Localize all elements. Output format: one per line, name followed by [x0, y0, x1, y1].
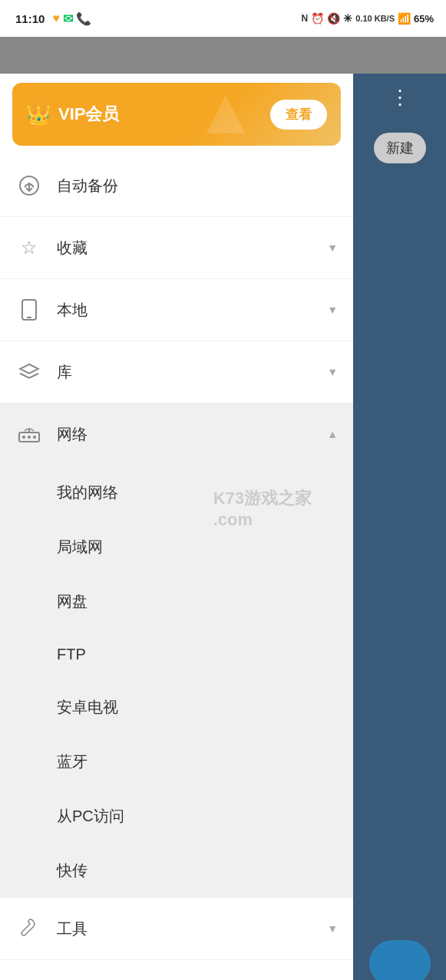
action-button[interactable] [369, 940, 431, 980]
favorites-label: 收藏 [57, 238, 321, 258]
right-panel: ⋮ 新建 [353, 74, 446, 980]
wechat-icon: ✉ [63, 12, 73, 26]
signal-icon: 📶 [398, 12, 411, 25]
svg-point-8 [33, 436, 36, 439]
menu-item-favorites[interactable]: ☆ 收藏 ▼ [0, 217, 353, 279]
new-button[interactable]: 新建 [374, 133, 426, 163]
network-router-icon [15, 420, 43, 448]
sub-item-lan[interactable]: 局域网 [0, 520, 353, 574]
my-network-label: 我的网络 [57, 482, 118, 503]
vip-decoration-icon [203, 91, 249, 137]
sub-item-from-pc[interactable]: 从PC访问 [0, 789, 353, 844]
quick-transfer-label: 快传 [57, 860, 88, 881]
star-icon: ☆ [15, 234, 43, 261]
nfc-icon: N [302, 13, 309, 24]
battery-display: 65% [414, 13, 434, 25]
local-label: 本地 [57, 300, 321, 321]
crown-icon: 👑 [26, 103, 51, 127]
tools-label: 工具 [57, 919, 321, 939]
navigation-drawer: 👑 VIP会员 查看 自动备份 ☆ 收藏 ▼ [0, 74, 353, 980]
library-arrow-icon: ▼ [327, 366, 338, 378]
sub-item-my-network[interactable]: 我的网络 [0, 465, 353, 520]
network-arrow-icon: ▲ [327, 428, 338, 440]
menu-item-auto-backup[interactable]: 自动备份 [0, 155, 353, 217]
android-tv-label: 安卓电视 [57, 697, 118, 718]
network-label: 网络 [57, 424, 321, 445]
vip-icon: ♥ [52, 12, 60, 25]
alarm-icon: ⏰ [311, 12, 324, 25]
local-arrow-icon: ▼ [327, 304, 338, 316]
sub-item-cloud-disk[interactable]: 网盘 [0, 574, 353, 629]
layers-icon [15, 358, 43, 386]
svg-point-7 [28, 436, 31, 439]
bluetooth-label: 蓝牙 [57, 751, 88, 772]
favorites-arrow-icon: ▼ [327, 242, 338, 254]
cloud-backup-icon [15, 172, 43, 199]
network-speed: 0.10 KB/S [355, 14, 395, 23]
vip-check-button[interactable]: 查看 [270, 100, 327, 130]
cloud-disk-label: 网盘 [57, 591, 88, 612]
menu-item-tools[interactable]: 工具 ▼ [0, 898, 353, 960]
tools-arrow-icon: ▼ [327, 922, 338, 935]
menu-item-library[interactable]: 库 ▼ [0, 341, 353, 403]
lan-label: 局域网 [57, 537, 103, 557]
menu-item-network[interactable]: 网络 ▲ [0, 403, 353, 465]
status-bar: 11:10 ♥ ✉ 📞 N ⏰ 🔇 ✳ 0.10 KB/S 📶 65% [0, 0, 446, 37]
sub-item-android-tv[interactable]: 安卓电视 [0, 680, 353, 735]
vip-banner[interactable]: 👑 VIP会员 查看 [12, 83, 341, 146]
sub-item-quick-transfer[interactable]: 快传 [0, 844, 353, 898]
sub-item-ftp[interactable]: FTP [0, 629, 353, 680]
wrench-icon [15, 915, 43, 942]
menu-item-local[interactable]: 本地 ▼ [0, 279, 353, 341]
phone-device-icon [15, 296, 43, 324]
ftp-label: FTP [57, 646, 86, 663]
svg-point-6 [22, 436, 25, 439]
status-time-area: 11:10 ♥ ✉ 📞 [15, 12, 91, 26]
more-options-icon[interactable]: ⋮ [390, 86, 410, 110]
library-label: 库 [57, 362, 321, 383]
mute-icon: 🔇 [327, 12, 340, 25]
time-display: 11:10 [15, 12, 45, 25]
from-pc-label: 从PC访问 [57, 806, 124, 827]
bluetooth-icon: ✳ [343, 12, 352, 25]
sub-item-bluetooth[interactable]: 蓝牙 [0, 735, 353, 789]
phone-icon: 📞 [76, 12, 91, 26]
auto-backup-label: 自动备份 [57, 176, 338, 196]
status-icons-area: N ⏰ 🔇 ✳ 0.10 KB/S 📶 65% [302, 12, 434, 25]
svg-marker-0 [206, 95, 245, 133]
